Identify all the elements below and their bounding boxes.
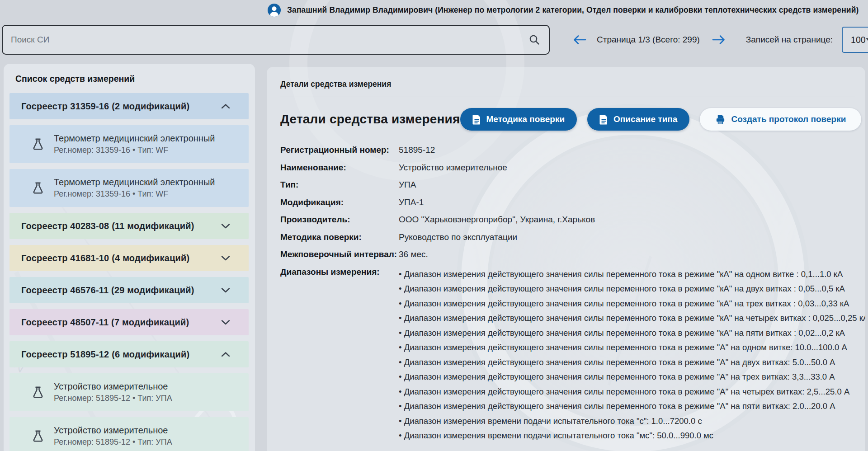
field-value: УПА (399, 180, 416, 190)
search-input[interactable] (11, 35, 528, 45)
list-item[interactable]: Термометр медицинский электронный Рег.но… (9, 125, 249, 163)
group-label: Госреестр 31359-16 (2 модификаций) (21, 101, 221, 112)
field-name: Наименование: Устройство измерительное (280, 163, 855, 173)
range-item: Диапазон измерения действующего значения… (399, 296, 865, 311)
document-icon (599, 114, 608, 125)
range-item: Диапазон измерения действующего значения… (399, 326, 865, 341)
group-label: Госреестр 46576-11 (29 модификаций) (21, 285, 221, 296)
field-registration-number: Регистрационный номер: 51895-12 (280, 145, 855, 155)
range-item: Диапазон измерения действующего значения… (399, 385, 865, 399)
button-label: Создать протокол поверки (731, 114, 846, 124)
group-row-40283[interactable]: Госреестр 40283-08 (11 модификаций) (9, 213, 249, 239)
field-value: 36 мес. (399, 249, 428, 259)
flask-icon (31, 137, 45, 151)
field-value: ООО "Харьковэнергоприбор", Украина, г.Ха… (399, 215, 595, 225)
document-icon (472, 114, 481, 125)
list-item[interactable]: Устройство измерительное Рег.номер: 5189… (9, 373, 249, 411)
field-verification-interval: Межповерочный интервал: 36 мес. (280, 249, 855, 259)
group-label: Госреестр 40283-08 (11 модификаций) (21, 221, 221, 231)
field-label: Модификация: (280, 197, 399, 207)
create-protocol-button[interactable]: Создать протокол поверки (700, 108, 861, 131)
instruments-list: Госреестр 31359-16 (2 модификаций) Термо… (9, 93, 249, 451)
field-label: Методика поверки: (280, 232, 399, 242)
field-modification: Модификация: УПА-1 (280, 197, 855, 207)
group-row-51895[interactable]: Госреестр 51895-12 (6 модификаций) (9, 341, 249, 367)
range-item: Диапазон измерения действующего значения… (399, 340, 865, 355)
range-item: Диапазон измерения действующего значения… (399, 267, 865, 282)
details-panel: Детали средства измерения Детали средств… (267, 67, 865, 451)
chevron-down-icon (221, 287, 231, 293)
chevron-down-icon (866, 38, 868, 42)
range-item: Диапазон измерения действующего значения… (399, 399, 865, 414)
field-value: 51895-12 (399, 145, 435, 155)
range-item: Диапазон измерения времени подачи испыта… (399, 414, 865, 429)
field-label: Наименование: (280, 163, 399, 173)
instruments-sidebar: Список средств измерений Госреестр 31359… (4, 64, 255, 451)
flask-icon (31, 181, 45, 195)
range-item: Диапазон измерения времени подачи испыта… (399, 428, 865, 443)
user-name: Запашний Владимир Владимирович (Инженер … (287, 5, 859, 15)
next-page-button[interactable] (710, 32, 728, 47)
type-description-button[interactable]: Описание типа (587, 108, 689, 131)
chevron-down-icon (221, 319, 231, 325)
per-page-select[interactable]: 100 (842, 27, 868, 53)
range-item: Диапазон измерения действующего значения… (399, 370, 865, 385)
button-label: Описание типа (613, 114, 677, 124)
item-title: Термометр медицинский электронный (54, 177, 215, 188)
field-label: Диапазоны измерения: (280, 267, 399, 443)
group-label: Госреестр 48507-11 (7 модификаций) (21, 317, 221, 328)
range-item: Диапазон измерения действующего значения… (399, 311, 865, 326)
list-item[interactable]: Устройство измерительное Рег.номер: 5189… (9, 417, 249, 451)
divider (280, 97, 855, 97)
item-subtitle: Рег.номер: 51895-12 • Тип: УПА (54, 394, 172, 403)
flask-icon (31, 429, 45, 443)
group-row-31359[interactable]: Госреестр 31359-16 (2 модификаций) (9, 93, 249, 119)
chevron-up-icon (221, 103, 231, 109)
search-box[interactable] (2, 25, 550, 55)
item-subtitle: Рег.номер: 31359-16 • Тип: WF (54, 146, 215, 155)
sidebar-title: Список средств измерений (15, 74, 249, 84)
per-page-value: 100 (851, 35, 866, 45)
field-label: Тип: (280, 180, 399, 190)
list-item[interactable]: Термометр медицинский электронный Рег.но… (9, 169, 249, 207)
verification-method-button[interactable]: Методика поверки (460, 108, 577, 131)
page-info: Страница 1/3 (Всего: 299) (597, 35, 700, 45)
item-title: Термометр медицинский электронный (54, 133, 215, 144)
field-label: Межповерочный интервал: (280, 249, 399, 259)
range-item: Диапазон измерения действующего значения… (399, 282, 865, 296)
field-label: Производитель: (280, 215, 399, 225)
group-label: Госреестр 41681-10 (4 модификаций) (21, 253, 221, 263)
page-title: Детали средства измерения (280, 112, 460, 127)
chevron-down-icon (221, 255, 231, 261)
details-crumb: Детали средства измерения (280, 80, 855, 89)
prev-page-button[interactable] (571, 32, 589, 47)
item-title: Устройство измерительное (54, 425, 172, 436)
user-header: Запашний Владимир Владимирович (Инженер … (267, 2, 859, 18)
field-value: Устройство измерительное (399, 163, 507, 173)
arrow-right-icon (712, 34, 726, 46)
group-row-46576[interactable]: Госреестр 46576-11 (29 модификаций) (9, 277, 249, 303)
field-manufacturer: Производитель: ООО "Харьковэнергоприбор"… (280, 215, 855, 225)
button-label: Методика поверки (486, 114, 565, 124)
field-value: Руководство по эксплуатации (399, 232, 517, 242)
per-page-label: Записей на странице: (746, 35, 833, 45)
action-buttons: Методика поверки Описание типа (460, 108, 862, 131)
search-icon[interactable] (528, 33, 541, 46)
pagination-bar: Страница 1/3 (Всего: 299) Записей на стр… (571, 25, 865, 55)
field-value: УПА-1 (399, 197, 424, 207)
field-type: Тип: УПА (280, 180, 855, 190)
field-verification-method: Методика поверки: Руководство по эксплуа… (280, 232, 855, 242)
chevron-up-icon (221, 351, 231, 357)
group-label: Госреестр 51895-12 (6 модификаций) (21, 349, 221, 360)
chevron-down-icon (221, 223, 231, 229)
group-row-48507[interactable]: Госреестр 48507-11 (7 модификаций) (9, 309, 249, 335)
printer-icon (715, 114, 726, 125)
field-measurement-ranges: Диапазоны измерения: Диапазон измерения … (280, 267, 855, 443)
ranges-list: Диапазон измерения действующего значения… (399, 267, 865, 443)
arrow-left-icon (572, 34, 587, 46)
details-fields: Регистрационный номер: 51895-12 Наименов… (280, 145, 855, 443)
flask-icon (31, 385, 45, 399)
item-title: Устройство измерительное (54, 381, 172, 392)
range-item: Диапазон измерения действующего значения… (399, 355, 865, 370)
group-row-41681[interactable]: Госреестр 41681-10 (4 модификаций) (9, 245, 249, 271)
